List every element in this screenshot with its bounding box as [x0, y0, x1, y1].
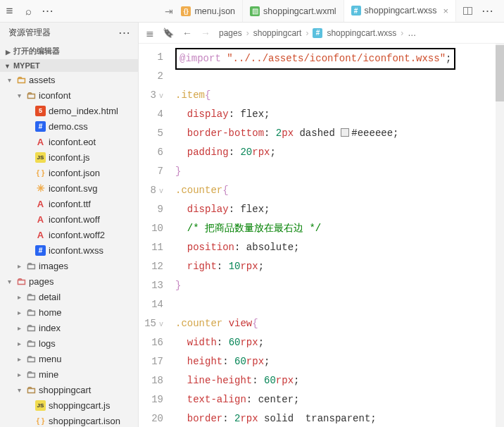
code-line[interactable]: border: 2rpx solid transparent;	[175, 409, 496, 427]
publish-icon[interactable]	[163, 6, 174, 16]
line-number: 17	[139, 352, 163, 371]
editor-tab[interactable]: shoppingcart.wxml	[243, 0, 344, 22]
breadcrumb[interactable]: pages › shoppingcart › shoppingcart.wxss…	[219, 28, 416, 38]
tree-item-label: iconfont.woff	[49, 214, 100, 225]
breadcrumb-seg[interactable]: shoppingcart.wxss	[327, 28, 396, 38]
scrollbar-thumb[interactable]	[496, 45, 504, 101]
code-line[interactable]: }	[175, 162, 496, 181]
gray-icon	[25, 323, 36, 333]
outline-icon[interactable]	[146, 27, 154, 39]
a-icon	[35, 137, 46, 147]
code-line[interactable]: position: absolute;	[175, 238, 496, 257]
vertical-scrollbar[interactable]	[496, 44, 504, 427]
line-number: 1	[139, 48, 163, 67]
tree-row[interactable]: iconfont.json	[0, 165, 138, 180]
tree-row[interactable]: iconfont.svg	[0, 180, 138, 196]
tab-group: menu.jsonshoppingcart.wxmlshoppingcart.w…	[174, 0, 456, 22]
code-line[interactable]: text-align: center;	[175, 390, 496, 409]
css-icon	[35, 121, 46, 132]
a-icon	[35, 214, 46, 225]
folder-orange-icon	[15, 75, 26, 85]
tree-item-label: mine	[39, 369, 58, 380]
breadcrumb-seg[interactable]: pages	[219, 28, 242, 38]
bookmark-icon[interactable]	[163, 27, 174, 38]
tab-label: shoppingcart.wxss	[365, 6, 437, 16]
code-line[interactable]	[175, 295, 496, 314]
code-line[interactable]: border-bottom: 2px dashed #eeeeee;	[175, 124, 496, 143]
code-line[interactable]: right: 10rpx;	[175, 257, 496, 276]
opened-editors-section[interactable]: 打开的编辑器	[0, 43, 138, 59]
editor-tab[interactable]: shoppingcart.wxss×	[344, 0, 456, 22]
project-section[interactable]: MYPET	[0, 59, 138, 72]
tree-row[interactable]: ▸logs	[0, 335, 138, 351]
tree-item-label: iconfont.eot	[49, 137, 96, 147]
tree-row[interactable]: ▸menu	[0, 351, 138, 366]
line-number: 18	[139, 371, 163, 390]
panel-toggle-icon[interactable]	[463, 7, 472, 15]
tree-item-label: detail	[39, 292, 61, 302]
gray-icon	[25, 338, 36, 349]
close-icon[interactable]: ×	[443, 6, 448, 16]
nav-back-icon[interactable]	[182, 27, 192, 39]
line-number: 8v	[139, 181, 163, 200]
tree-row[interactable]: ▾shoppingcart	[0, 382, 138, 397]
code-line[interactable]: height: 60rpx;	[175, 352, 496, 371]
breadcrumb-more[interactable]: …	[408, 28, 416, 38]
line-number: 2	[139, 67, 163, 86]
tree-item-label: iconfont.js	[49, 152, 90, 163]
code-area[interactable]: @import "../../assets/iconfont/iconfont.…	[171, 44, 496, 427]
code-line[interactable]: .item{	[175, 86, 496, 105]
chevron-right-icon	[6, 47, 11, 56]
search-icon[interactable]	[23, 6, 34, 16]
tree-row[interactable]: iconfont.woff2	[0, 227, 138, 242]
line-number: 5	[139, 124, 163, 143]
code-line[interactable]: width: 60rpx;	[175, 333, 496, 352]
tree-row[interactable]: ▾pages	[0, 273, 138, 289]
tree-row[interactable]: iconfont.woff	[0, 211, 138, 227]
app-menu-icon[interactable]	[4, 6, 15, 16]
tree-item-label: logs	[39, 338, 56, 349]
tree-row[interactable]: ▸index	[0, 320, 138, 335]
tree-row[interactable]: demo.css	[0, 118, 138, 134]
tree-row[interactable]: iconfont.wxss	[0, 242, 138, 258]
code-line[interactable]: line-height: 60rpx;	[175, 371, 496, 390]
tree-row[interactable]: demo_index.html	[0, 103, 138, 118]
tree-row[interactable]: ▸detail	[0, 289, 138, 304]
tab-overflow-icon[interactable]	[482, 6, 493, 16]
js-icon	[35, 400, 46, 411]
line-number: 3v	[139, 86, 163, 105]
code-line[interactable]: .counter{	[175, 181, 496, 200]
code-line[interactable]: .counter view{	[175, 314, 496, 333]
code-line[interactable]: /* 把商品数量放在最右边 */	[175, 219, 496, 238]
gray-icon	[25, 354, 36, 364]
editor-tab[interactable]: menu.json	[174, 0, 243, 22]
tree-row[interactable]: ▸mine	[0, 366, 138, 382]
project-label: MYPET	[13, 61, 40, 70]
code-line[interactable]	[175, 67, 496, 86]
tree-row[interactable]: iconfont.js	[0, 149, 138, 165]
tree-row[interactable]: ▾iconfont	[0, 87, 138, 103]
tree-row[interactable]: iconfont.ttf	[0, 196, 138, 211]
json-icon	[35, 168, 46, 178]
gray-icon	[25, 261, 36, 271]
line-number: 15v	[139, 314, 163, 333]
more-icon[interactable]	[42, 6, 53, 16]
nav-forward-icon[interactable]	[201, 27, 210, 39]
code-line[interactable]: display: flex;	[175, 105, 496, 124]
code-line[interactable]: }	[175, 276, 496, 295]
tree-row[interactable]: shoppingcart.ison	[0, 413, 138, 427]
tree-row[interactable]: ▾assets	[0, 72, 138, 87]
sidebar-more-icon[interactable]	[119, 27, 130, 38]
breadcrumb-seg[interactable]: shoppingcart	[253, 28, 302, 38]
gray-icon	[25, 369, 36, 380]
code-line[interactable]: padding: 20rpx;	[175, 143, 496, 162]
tree-row[interactable]: ▸images	[0, 258, 138, 273]
tree-row[interactable]: ▸home	[0, 304, 138, 320]
bluefile-icon	[351, 6, 361, 16]
tree-row[interactable]: iconfont.eot	[0, 134, 138, 149]
tree-row[interactable]: shoppingcart.js	[0, 397, 138, 413]
tree-item-label: demo.css	[49, 121, 88, 132]
code-line[interactable]: display: flex;	[175, 200, 496, 219]
code-line[interactable]: @import "../../assets/iconfont/iconfont.…	[175, 48, 496, 67]
tree-item-label: iconfont.woff2	[49, 230, 105, 240]
